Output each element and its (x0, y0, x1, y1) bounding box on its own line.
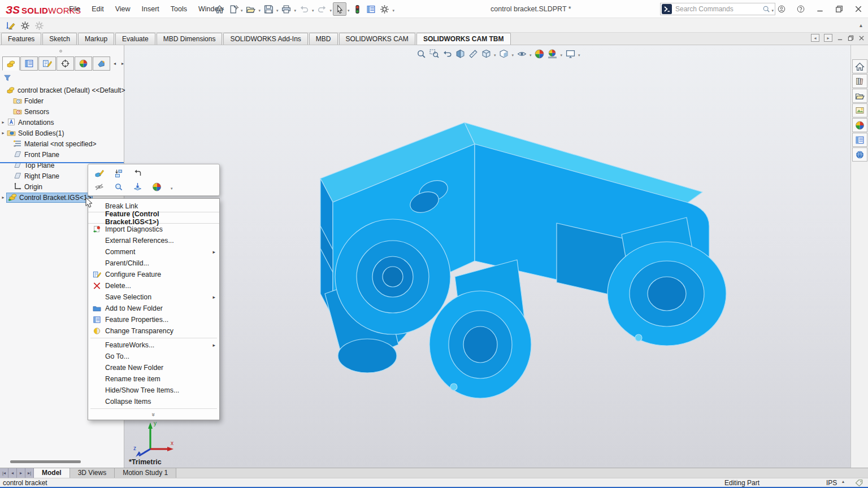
print-button[interactable] (280, 2, 293, 16)
zoom-to-fit-icon[interactable] (415, 48, 427, 59)
view-orientation-dropdown[interactable] (493, 49, 497, 59)
undo-arrow-icon[interactable] (131, 168, 144, 179)
menu-item-parent-child[interactable]: Parent/Child... (88, 258, 219, 269)
menu-item-create-new-folder[interactable]: Create New Folder (88, 362, 219, 373)
tab-3d-views[interactable]: 3D Views (70, 468, 115, 478)
dock-left-icon[interactable]: ◂ (811, 34, 819, 42)
view-settings-icon[interactable] (565, 48, 576, 59)
menu-item-comment[interactable]: Comment (88, 246, 219, 258)
menu-item-import-diagnostics[interactable]: Import Diagnostics (88, 224, 219, 235)
search-commands-box[interactable]: Search Commands (660, 3, 775, 15)
new-document-button[interactable] (226, 2, 240, 16)
edit-appearance-icon[interactable] (534, 48, 545, 59)
home-button[interactable] (212, 2, 226, 16)
menu-item-delete[interactable]: Delete... (88, 280, 219, 291)
tree-item-annotations[interactable]: Annotations (0, 117, 124, 128)
menu-expand-chevron[interactable] (88, 410, 219, 419)
menu-item-feature-properties[interactable]: Feature Properties... (88, 314, 219, 325)
appearances-scenes-icon[interactable] (852, 118, 867, 132)
status-units[interactable]: IPS (826, 479, 837, 487)
apply-scene-icon[interactable] (547, 48, 558, 59)
undo-dropdown[interactable] (311, 4, 315, 14)
open-dropdown[interactable] (258, 4, 262, 14)
panel-horizontal-scrollbar[interactable] (10, 460, 81, 463)
previous-view-icon[interactable] (441, 48, 453, 59)
tab-solidworks-cam-tbm[interactable]: SOLIDWORKS CAM TBM (416, 33, 511, 45)
apply-scene-dropdown[interactable] (560, 49, 563, 59)
collapse-toolbar-chevron[interactable]: ▾ (854, 21, 862, 29)
resources-home-icon[interactable] (852, 59, 867, 73)
save-dropdown[interactable] (275, 4, 280, 14)
hide-eyeslash-icon[interactable] (93, 181, 105, 193)
cam-tool-icon-button[interactable] (3, 19, 17, 32)
tab-scroll-prev[interactable]: ◂ (8, 468, 17, 478)
menu-item-collapse-items[interactable]: Collapse Items (88, 396, 219, 407)
tab-features[interactable]: Features (1, 33, 41, 45)
menu-insert[interactable]: Insert (136, 0, 165, 18)
tab-solidworks-cam[interactable]: SOLIDWORKS CAM (339, 33, 415, 45)
appearance-dropdown[interactable] (170, 182, 174, 192)
menu-item-add-to-new-folder[interactable]: Add to New Folder (88, 303, 219, 314)
tree-item-part-root[interactable]: control bracket (Default) <<Default> (0, 85, 124, 95)
fm-tabs-scroll-left[interactable]: ◂ (111, 56, 119, 71)
help-button[interactable] (791, 0, 810, 18)
zoom-to-selection-icon[interactable] (112, 181, 124, 193)
expand-arrow[interactable] (0, 120, 6, 125)
custom-properties-icon[interactable] (852, 133, 867, 147)
menu-item-configure-feature[interactable]: Configure Feature (88, 269, 219, 280)
tab-display-manager[interactable] (75, 56, 92, 71)
normal-to-icon[interactable] (131, 181, 144, 193)
forum-globe-icon[interactable] (852, 147, 867, 162)
fm-tabs-scroll-right[interactable]: ▸ (119, 56, 127, 71)
tab-configuration-manager[interactable] (38, 56, 56, 71)
display-style-dropdown[interactable] (511, 49, 515, 59)
tab-scroll-first[interactable]: |◂ (0, 468, 8, 478)
tab-motion-study-1[interactable]: Motion Study 1 (115, 468, 176, 478)
hide-show-dropdown[interactable] (529, 49, 532, 59)
view-settings-dropdown[interactable] (578, 49, 581, 59)
tab-markup[interactable]: Markup (78, 33, 114, 45)
units-dropdown-caret[interactable]: ▴ (842, 479, 844, 484)
tree-item-folder[interactable]: Folder (0, 95, 124, 106)
search-icon[interactable] (762, 5, 770, 13)
tab-dimxpert-manager[interactable] (57, 56, 74, 71)
menu-item-external-references[interactable]: External References... (88, 235, 219, 246)
tab-cam-tree[interactable] (93, 56, 110, 71)
account-button[interactable] (772, 0, 791, 18)
search-input[interactable]: Search Commands (675, 5, 762, 13)
tab-scroll-next[interactable]: ▸ (17, 468, 25, 478)
tab-evaluate[interactable]: Evaluate (115, 33, 155, 45)
menu-item-go-to[interactable]: Go To... (88, 351, 219, 362)
file-properties-button[interactable] (364, 2, 378, 16)
dynamic-annotation-views-icon[interactable] (467, 48, 479, 59)
menu-item-change-transparency[interactable]: Change Transparency (88, 325, 219, 337)
status-tag-icon[interactable] (855, 479, 863, 487)
menu-item-featureworks[interactable]: FeatureWorks... (88, 339, 219, 351)
hide-show-items-icon[interactable] (516, 48, 527, 59)
redo-dropdown[interactable] (329, 4, 333, 14)
tab-sketch[interactable]: Sketch (42, 33, 77, 45)
selected-tree-item[interactable]: Control Bracket.IGS<1> (6, 193, 93, 203)
tab-solidworks-addins[interactable]: SOLIDWORKS Add-Ins (223, 33, 307, 45)
tree-item-front-plane[interactable]: Front Plane (0, 149, 124, 160)
view-palette-icon[interactable] (852, 103, 867, 117)
tab-mbd-dimensions[interactable]: MBD Dimensions (157, 33, 223, 45)
insert-into-new-part-icon[interactable] (112, 168, 124, 179)
menu-item-rename-tree-item[interactable]: Rename tree item (88, 373, 219, 385)
tree-item-solid-bodies[interactable]: Solid Bodies(1) (0, 128, 124, 138)
save-button[interactable] (262, 2, 275, 16)
edit-feature-icon[interactable] (93, 168, 105, 179)
menu-item-hide-show-tree-items[interactable]: Hide/Show Tree Items... (88, 385, 219, 396)
display-style-icon[interactable] (498, 48, 510, 59)
tree-item-sensors[interactable]: Sensors (0, 106, 124, 117)
menu-edit[interactable]: Edit (86, 0, 110, 18)
redo-button[interactable] (315, 2, 329, 16)
doc-minimize-icon[interactable] (837, 35, 843, 41)
menu-tools[interactable]: Tools (165, 0, 193, 18)
tree-item-material[interactable]: Material <not specified> (0, 138, 124, 149)
tab-scroll-last[interactable]: ▸| (25, 468, 34, 478)
minimize-button[interactable] (810, 0, 830, 18)
dock-right-icon[interactable]: ▸ (824, 34, 832, 42)
options-dropdown[interactable] (392, 4, 396, 14)
cam-options-gear-button[interactable] (18, 19, 32, 32)
